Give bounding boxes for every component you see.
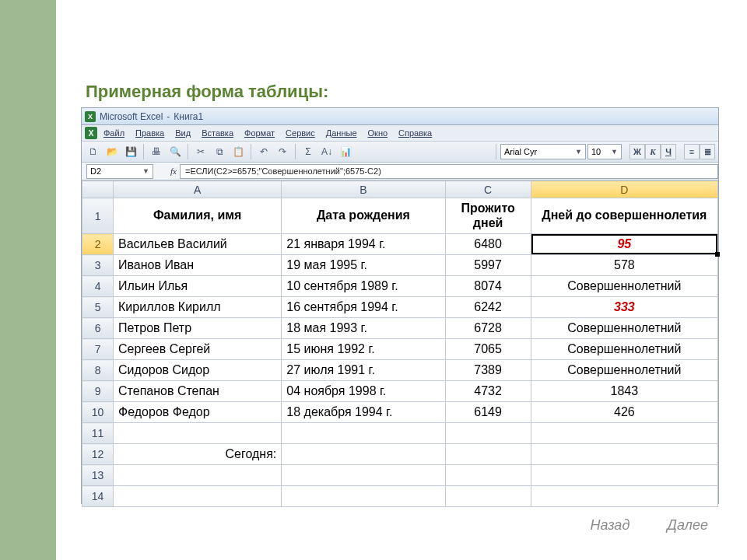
cell-C6[interactable]: 6728 <box>445 318 531 339</box>
col-header-D[interactable]: D <box>531 181 717 198</box>
col-header-C[interactable]: C <box>445 181 531 198</box>
font-size-combo[interactable]: 10 ▼ <box>587 144 622 159</box>
open-icon[interactable]: 📂 <box>103 143 121 160</box>
row-header-4[interactable]: 4 <box>82 276 114 297</box>
cell-A9[interactable]: Степанов Степан <box>114 381 282 402</box>
cell-A3[interactable]: Иванов Иван <box>114 255 282 276</box>
cell-C12[interactable] <box>445 444 531 465</box>
cell-B8[interactable]: 27 июля 1991 г. <box>282 360 445 381</box>
cell-B11[interactable] <box>282 423 445 444</box>
cell-D5[interactable]: 333 <box>531 297 717 318</box>
sort-asc-icon[interactable]: A↓ <box>318 143 335 160</box>
cell-C9[interactable]: 4732 <box>445 381 531 402</box>
cell-D12[interactable] <box>531 444 717 465</box>
undo-icon[interactable]: ↶ <box>255 143 272 160</box>
menu-data[interactable]: Данные <box>321 127 362 139</box>
row-header-7[interactable]: 7 <box>82 339 114 360</box>
cell-D8[interactable]: Совершеннолетний <box>531 360 717 381</box>
menu-insert[interactable]: Вставка <box>197 127 238 139</box>
cell-D4[interactable]: Совершеннолетний <box>531 276 717 297</box>
cell-C8[interactable]: 7389 <box>445 360 531 381</box>
paste-icon[interactable]: 📋 <box>230 143 247 160</box>
save-icon[interactable]: 💾 <box>122 143 139 160</box>
cell-C13[interactable] <box>445 465 531 486</box>
cell-C7[interactable]: 7065 <box>445 339 531 360</box>
cell-D2[interactable]: 95 <box>531 234 717 255</box>
cell-B14[interactable] <box>282 486 445 507</box>
cell-A6[interactable]: Петров Петр <box>114 318 282 339</box>
cell-C14[interactable] <box>445 486 531 507</box>
cell-A11[interactable] <box>114 423 282 444</box>
cell-D11[interactable] <box>531 423 717 444</box>
row-header-10[interactable]: 10 <box>82 402 114 423</box>
new-doc-icon[interactable]: 🗋 <box>85 143 102 160</box>
cell-B4[interactable]: 10 сентября 1989 г. <box>282 276 445 297</box>
row-header-14[interactable]: 14 <box>82 486 114 507</box>
align-center-button[interactable]: ≣ <box>700 144 715 159</box>
print-icon[interactable]: 🖶 <box>148 143 165 160</box>
row-header-2[interactable]: 2 <box>82 234 114 255</box>
cell-B12[interactable] <box>282 444 445 465</box>
row-header-3[interactable]: 3 <box>82 255 114 276</box>
row-header-13[interactable]: 13 <box>82 465 114 486</box>
cell-A4[interactable]: Ильин Илья <box>114 276 282 297</box>
preview-icon[interactable]: 🔍 <box>167 143 184 160</box>
menu-edit[interactable]: Правка <box>131 127 169 139</box>
menu-format[interactable]: Формат <box>240 127 279 139</box>
name-box[interactable]: D2 ▼ <box>86 164 153 179</box>
fx-icon[interactable]: fx <box>170 166 177 176</box>
sum-icon[interactable]: Σ <box>300 143 317 160</box>
menu-window[interactable]: Окно <box>363 127 393 139</box>
cell-B3[interactable]: 19 мая 1995 г. <box>282 255 445 276</box>
cell-B13[interactable] <box>282 465 445 486</box>
cell-C4[interactable]: 8074 <box>445 276 531 297</box>
redo-icon[interactable]: ↷ <box>274 143 291 160</box>
cell-D6[interactable]: Совершеннолетний <box>531 318 717 339</box>
cell-A12[interactable]: Сегодня: <box>114 444 282 465</box>
cell-A13[interactable] <box>114 465 282 486</box>
select-all-corner[interactable] <box>82 181 114 198</box>
cell-B6[interactable]: 18 мая 1993 г. <box>282 318 445 339</box>
cell-B10[interactable]: 18 декабря 1994 г. <box>282 402 445 423</box>
next-link[interactable]: Далее <box>667 517 708 534</box>
row-header-1[interactable]: 1 <box>82 198 114 234</box>
menu-file[interactable]: Файл <box>99 127 129 139</box>
row-header-9[interactable]: 9 <box>82 381 114 402</box>
cell-D3[interactable]: 578 <box>531 255 717 276</box>
col-header-A[interactable]: A <box>114 181 282 198</box>
cell-D14[interactable] <box>531 486 717 507</box>
font-name-combo[interactable]: Arial Cyr ▼ <box>500 144 586 159</box>
cell-D10[interactable]: 426 <box>531 402 717 423</box>
cell-C5[interactable]: 6242 <box>445 297 531 318</box>
menu-view[interactable]: Вид <box>170 127 195 139</box>
header-cell-C[interactable]: Прожито дней <box>445 198 531 234</box>
menu-help[interactable]: Справка <box>394 127 437 139</box>
cell-A2[interactable]: Васильев Василий <box>114 234 282 255</box>
row-header-12[interactable]: 12 <box>82 444 114 465</box>
cell-C2[interactable]: 6480 <box>445 234 531 255</box>
header-cell-A[interactable]: Фамилия, имя <box>114 198 282 234</box>
cut-icon[interactable]: ✂ <box>192 143 209 160</box>
row-header-8[interactable]: 8 <box>82 360 114 381</box>
row-header-6[interactable]: 6 <box>82 318 114 339</box>
cell-A5[interactable]: Кириллов Кирилл <box>114 297 282 318</box>
formula-bar[interactable]: =ЕСЛИ(C2>=6575;"Совершеннолетний";6575-C… <box>180 164 718 179</box>
cell-B2[interactable]: 21 января 1994 г. <box>282 234 445 255</box>
menu-tools[interactable]: Сервис <box>281 127 320 139</box>
chart-icon[interactable]: 📊 <box>337 143 354 160</box>
align-left-button[interactable]: ≡ <box>684 144 700 159</box>
cell-A8[interactable]: Сидоров Сидор <box>114 360 282 381</box>
copy-icon[interactable]: ⧉ <box>211 143 228 160</box>
cell-B5[interactable]: 16 сентября 1994 г. <box>282 297 445 318</box>
cell-D13[interactable] <box>531 465 717 486</box>
cell-B7[interactable]: 15 июня 1992 г. <box>282 339 445 360</box>
cell-D7[interactable]: Совершеннолетний <box>531 339 717 360</box>
col-header-B[interactable]: B <box>282 181 445 198</box>
header-cell-B[interactable]: Дата рождения <box>282 198 445 234</box>
prev-link[interactable]: Назад <box>591 517 630 534</box>
spreadsheet-grid[interactable]: A B C D 1 Фамилия, имя Дата рождения Про… <box>82 180 718 507</box>
cell-A7[interactable]: Сергеев Сергей <box>114 339 282 360</box>
cell-C10[interactable]: 6149 <box>445 402 531 423</box>
cell-A10[interactable]: Федоров Федор <box>114 402 282 423</box>
cell-C3[interactable]: 5997 <box>445 255 531 276</box>
